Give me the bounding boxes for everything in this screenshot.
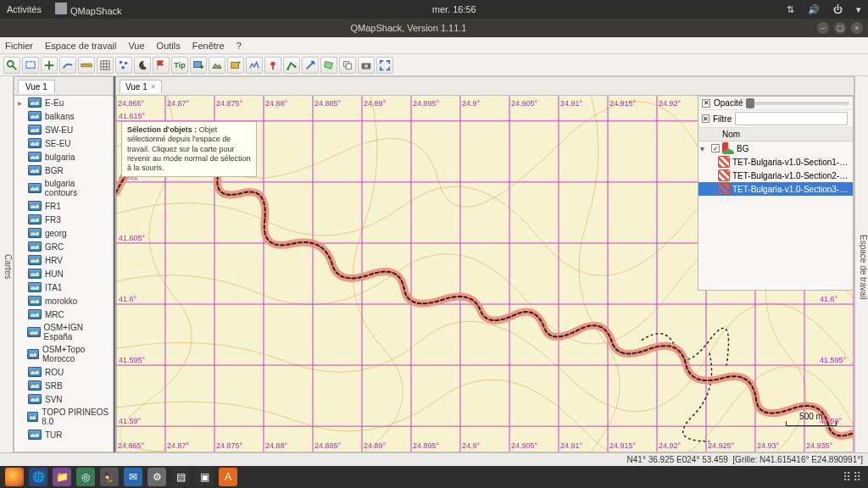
dock-files-icon[interactable]: 📁 — [53, 468, 71, 486]
dock-app-icon[interactable]: ⚙ — [147, 468, 166, 486]
tree-track-row[interactable]: TET-Bulgaria-v1.0-Section2-1... — [698, 169, 853, 182]
menu-window[interactable]: Fenêtre — [192, 41, 225, 51]
dock-terminal-icon[interactable]: ▣ — [195, 468, 214, 486]
map-list-item[interactable]: ▸E-Eu — [14, 96, 113, 109]
svg-rect-3 — [81, 64, 92, 67]
svg-line-1 — [13, 65, 16, 69]
filter-checkbox[interactable]: ✕ — [702, 114, 709, 123]
menu-tools[interactable]: Outils — [157, 41, 181, 51]
svg-rect-2 — [26, 61, 36, 68]
window-maximize-button[interactable]: ▢ — [834, 22, 846, 34]
flag-min-icon[interactable] — [153, 57, 170, 74]
show-applications-icon[interactable]: ⠿⠿ — [843, 470, 863, 484]
tree-project-row[interactable]: ▾✓BG — [698, 141, 853, 155]
dock-app-icon[interactable]: A — [219, 468, 237, 486]
pan-tool-icon[interactable] — [41, 57, 58, 74]
copy-pos-icon[interactable] — [339, 57, 356, 74]
window-close-button[interactable]: × — [851, 22, 863, 34]
workspace-tree[interactable]: ▾✓BGTET-Bulgaria-v1.0-Section1-1...TET-B… — [698, 141, 853, 290]
profile-icon[interactable] — [246, 57, 263, 74]
tree-track-row[interactable]: TET-Bulgaria-v1.0-Section3-1... — [698, 182, 853, 196]
svg-text:24.87°: 24.87° — [167, 99, 190, 108]
maps-panel-tab[interactable]: Vue 1 — [18, 80, 55, 93]
map-list-item[interactable]: FR1 — [14, 199, 113, 213]
add-project-icon[interactable]: + — [227, 57, 244, 74]
map-list-item[interactable]: GRC — [14, 240, 113, 253]
map-list-item[interactable]: BGR — [14, 164, 113, 177]
visibility-checkbox[interactable]: ✓ — [711, 144, 720, 152]
map-list-label: SVN — [45, 395, 63, 404]
add-map-icon[interactable] — [190, 57, 207, 74]
area-tool-icon[interactable] — [320, 57, 337, 74]
opacity-slider[interactable] — [746, 102, 849, 105]
map-list-item[interactable]: georg — [14, 226, 113, 240]
map-list-item[interactable]: balkans — [14, 109, 113, 123]
zoom-tool-icon[interactable] — [3, 57, 20, 74]
map-list-item[interactable]: TOPO PIRINEOS 8.0 — [14, 406, 113, 428]
activities-button[interactable]: Activités — [7, 4, 42, 14]
menu-workspace[interactable]: Espace de travail — [45, 41, 116, 51]
power-icon[interactable]: ⏻ — [833, 4, 843, 14]
dock-firefox-icon[interactable] — [5, 468, 24, 486]
map-canvas[interactable]: 24.865°24.865°24.87°24.87°24.875°24.875°… — [116, 96, 854, 452]
menu-help[interactable]: ? — [236, 41, 242, 51]
dock-app-icon[interactable]: ▤ — [171, 468, 190, 486]
clock[interactable]: mer. 16:56 — [122, 4, 787, 14]
screenshot-icon[interactable] — [358, 57, 375, 74]
map-list-item[interactable]: SE-EU — [14, 136, 113, 150]
map-list-item[interactable]: SW-EU — [14, 123, 113, 136]
map-list-item[interactable]: OSM+Topo Morocco — [14, 343, 113, 365]
ruler-icon[interactable] — [78, 57, 95, 74]
map-list-label: FR3 — [45, 215, 61, 225]
map-list-item[interactable]: morokko — [14, 294, 113, 308]
map-list-item[interactable]: TUR — [14, 428, 113, 441]
grid-toggle-icon[interactable] — [97, 57, 114, 74]
map-list-item[interactable]: MRC — [14, 308, 113, 321]
left-dock-tab[interactable]: Cartes — [0, 76, 14, 452]
arrow-tool-icon[interactable] — [302, 57, 319, 74]
dock-qmapshack-icon[interactable]: 🌐 — [29, 468, 47, 486]
map-hint-tooltip: Sélection d'objets : Objet sélectionné d… — [121, 121, 257, 177]
map-list-item[interactable]: ROU — [14, 365, 113, 379]
window-minimize-button[interactable]: – — [817, 22, 829, 34]
map-list-item[interactable]: SRB — [14, 379, 113, 392]
map-list-item[interactable]: OSM+IGN España — [14, 321, 113, 343]
main-area: Cartes Vue 1 ▸E-EubalkansSW-EUSE-EUbulga… — [0, 76, 868, 452]
active-app[interactable]: QMapShack — [55, 3, 122, 16]
volume-icon[interactable]: 🔊 — [808, 4, 820, 15]
opacity-checkbox[interactable]: ✕ — [702, 99, 710, 108]
maps-list[interactable]: ▸E-EubalkansSW-EUSE-EUbulgariaBGRbulgari… — [14, 96, 113, 452]
waypoint-tool-icon[interactable] — [264, 57, 281, 74]
track-icon — [718, 169, 730, 181]
poi-toggle-icon[interactable] — [115, 57, 132, 74]
menu-view[interactable]: Vue — [128, 41, 144, 51]
map-view-tab[interactable]: Vue 1 × — [120, 80, 162, 93]
system-menu-chevron-icon[interactable]: ▾ — [856, 4, 861, 15]
map-list-item[interactable]: SVN — [14, 392, 113, 406]
add-dem-icon[interactable] — [209, 57, 225, 74]
close-icon[interactable]: × — [151, 82, 156, 92]
map-source-icon — [28, 367, 42, 377]
map-source-icon — [28, 430, 42, 440]
filter-input[interactable] — [735, 112, 848, 125]
dock-app-icon[interactable]: ◎ — [76, 468, 95, 486]
map-list-item[interactable]: HUN — [14, 267, 113, 280]
dock-app-icon[interactable]: 🦅 — [100, 468, 119, 486]
map-list-item[interactable]: HRV — [14, 253, 113, 267]
track-edit-icon[interactable] — [59, 57, 76, 74]
tree-track-row[interactable]: TET-Bulgaria-v1.0-Section1-1... — [698, 155, 853, 169]
menu-file[interactable]: Fichier — [5, 41, 33, 51]
fullscreen-icon[interactable] — [376, 57, 393, 74]
map-list-item[interactable]: FR3 — [14, 213, 113, 226]
map-list-item[interactable]: bulgaria — [14, 150, 113, 164]
svg-point-14 — [287, 68, 289, 70]
rect-select-icon[interactable] — [22, 57, 39, 74]
right-dock-tab[interactable]: Espace de travail — [854, 76, 868, 452]
network-icon[interactable]: ⇅ — [787, 4, 794, 15]
night-mode-icon[interactable] — [134, 57, 151, 74]
route-tool-icon[interactable] — [283, 57, 300, 74]
map-list-item[interactable]: ITA1 — [14, 280, 113, 294]
map-list-item[interactable]: bulgaria contours — [14, 177, 113, 199]
dock-thunderbird-icon[interactable]: ✉ — [124, 468, 142, 486]
tooltip-toggle-icon[interactable]: Tip — [171, 57, 188, 74]
